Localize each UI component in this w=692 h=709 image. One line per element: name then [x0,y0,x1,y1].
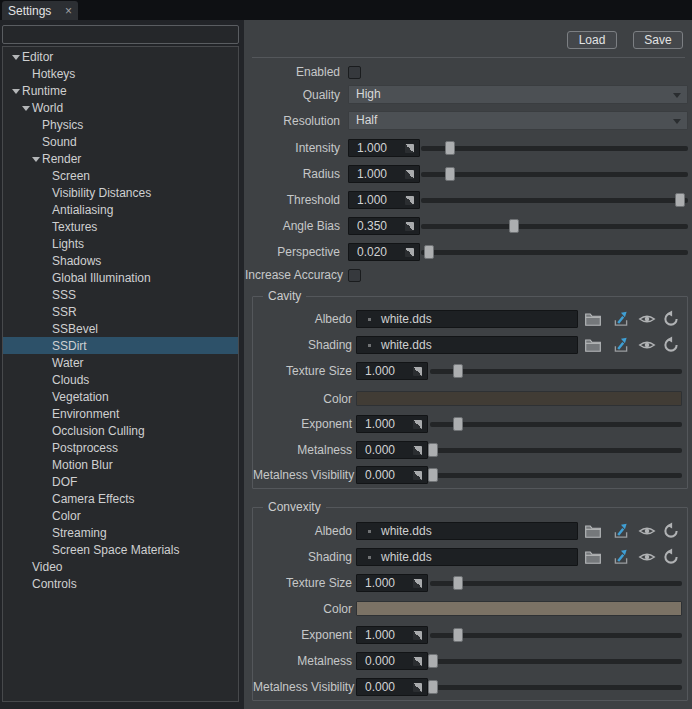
intensity-input[interactable] [349,141,405,155]
tree-item-lights[interactable]: Lights [3,235,238,252]
triangle-down-icon[interactable] [11,85,22,96]
slider-handle[interactable] [453,628,463,642]
triangle-down-icon[interactable] [31,153,42,164]
tree-item-physics[interactable]: Physics [3,116,238,133]
drag-diagonal-icon[interactable] [413,631,422,640]
convexity-texture-size-spinbox[interactable] [356,574,428,592]
threshold-slider[interactable] [421,198,688,203]
tree-item-vegetation[interactable]: Vegetation [3,388,238,405]
tab-settings[interactable]: Settings × [2,1,78,20]
angle-bias-slider[interactable] [421,224,688,229]
drag-diagonal-icon[interactable] [405,196,414,205]
slider-handle[interactable] [445,141,455,155]
convexity-albedo-field[interactable]: white.dds [356,522,578,540]
cavity-texture-size-spinbox[interactable] [356,362,428,380]
resolution-dropdown[interactable]: Half [348,111,688,130]
triangle-down-icon[interactable] [21,102,32,113]
tree-item-color[interactable]: Color [3,507,238,524]
tree-item-runtime[interactable]: Runtime [3,82,238,99]
tree-item-environment[interactable]: Environment [3,405,238,422]
eye-icon[interactable] [638,336,656,354]
slider-handle[interactable] [453,576,463,590]
load-button[interactable]: Load [567,31,617,49]
cavity-metalness-spinbox[interactable] [356,441,428,459]
slider-handle[interactable] [428,680,438,694]
tree-item-ssdirt[interactable]: SSDirt [3,337,238,354]
folder-icon[interactable] [584,522,602,540]
drag-diagonal-icon[interactable] [413,657,422,666]
tree-item-shadows[interactable]: Shadows [3,252,238,269]
convexity-shading-field[interactable]: white.dds [356,548,578,566]
convexity-metalness-spinbox[interactable] [356,652,428,670]
cavity-metalness-visibility-slider[interactable] [430,473,682,478]
cavity-shading-field[interactable]: white.dds [356,336,578,354]
convexity-color-swatch[interactable] [356,601,682,616]
threshold-spinbox[interactable] [348,191,420,209]
quality-dropdown[interactable]: High [348,85,688,104]
cavity-metalness-visibility-input[interactable] [357,468,413,482]
cavity-metalness-input[interactable] [357,443,413,457]
reset-icon[interactable] [662,548,680,566]
tree-item-render[interactable]: Render [3,150,238,167]
convexity-metalness-slider[interactable] [430,659,682,664]
convexity-exponent-slider[interactable] [430,633,682,638]
slider-handle[interactable] [445,167,455,181]
perspective-slider[interactable] [421,250,688,255]
cavity-metalness-slider[interactable] [430,448,682,453]
enabled-checkbox[interactable] [348,66,361,79]
drag-diagonal-icon[interactable] [413,446,422,455]
drag-diagonal-icon[interactable] [405,248,414,257]
increase-accuracy-checkbox[interactable] [348,269,361,282]
close-icon[interactable]: × [65,5,72,17]
drag-diagonal-icon[interactable] [413,471,422,480]
perspective-input[interactable] [349,245,405,259]
slider-handle[interactable] [428,443,438,457]
reset-icon[interactable] [662,310,680,328]
convexity-texture-size-input[interactable] [357,576,413,590]
tree-item-textures[interactable]: Textures [3,218,238,235]
drag-diagonal-icon[interactable] [413,420,422,429]
reset-icon[interactable] [662,522,680,540]
tree-item-editor[interactable]: Editor [3,48,238,65]
cavity-exponent-spinbox[interactable] [356,415,428,433]
tree-item-visibility-distances[interactable]: Visibility Distances [3,184,238,201]
reset-icon[interactable] [662,336,680,354]
folder-icon[interactable] [584,336,602,354]
slider-handle[interactable] [453,364,463,378]
cavity-exponent-input[interactable] [357,417,413,431]
import-arrow-icon[interactable] [612,548,630,566]
cavity-exponent-slider[interactable] [430,422,682,427]
radius-spinbox[interactable] [348,165,420,183]
drag-diagonal-icon[interactable] [413,683,422,692]
eye-icon[interactable] [638,310,656,328]
cavity-color-swatch[interactable] [356,391,682,406]
tree-item-streaming[interactable]: Streaming [3,524,238,541]
eye-icon[interactable] [638,548,656,566]
threshold-input[interactable] [349,193,405,207]
intensity-spinbox[interactable] [348,139,420,157]
save-button[interactable]: Save [633,31,683,49]
radius-slider[interactable] [421,172,688,177]
convexity-exponent-input[interactable] [357,628,413,642]
tree-item-screen-space-materials[interactable]: Screen Space Materials [3,541,238,558]
slider-handle[interactable] [453,417,463,431]
drag-diagonal-icon[interactable] [405,222,414,231]
drag-diagonal-icon[interactable] [405,170,414,179]
tree-item-controls[interactable]: Controls [3,575,238,592]
cavity-texture-size-input[interactable] [357,364,413,378]
folder-icon[interactable] [584,310,602,328]
tree-item-ssr[interactable]: SSR [3,303,238,320]
drag-diagonal-icon[interactable] [413,579,422,588]
tree-item-sound[interactable]: Sound [3,133,238,150]
slider-handle[interactable] [509,219,519,233]
tree-item-world[interactable]: World [3,99,238,116]
tree-item-antialiasing[interactable]: Antialiasing [3,201,238,218]
search-input[interactable] [2,25,239,44]
convexity-texture-size-slider[interactable] [430,581,682,586]
convexity-metalness-visibility-spinbox[interactable] [356,678,428,696]
tree-item-sss[interactable]: SSS [3,286,238,303]
cavity-albedo-field[interactable]: white.dds [356,310,578,328]
eye-icon[interactable] [638,522,656,540]
convexity-metalness-visibility-input[interactable] [357,680,413,694]
slider-handle[interactable] [675,193,685,207]
